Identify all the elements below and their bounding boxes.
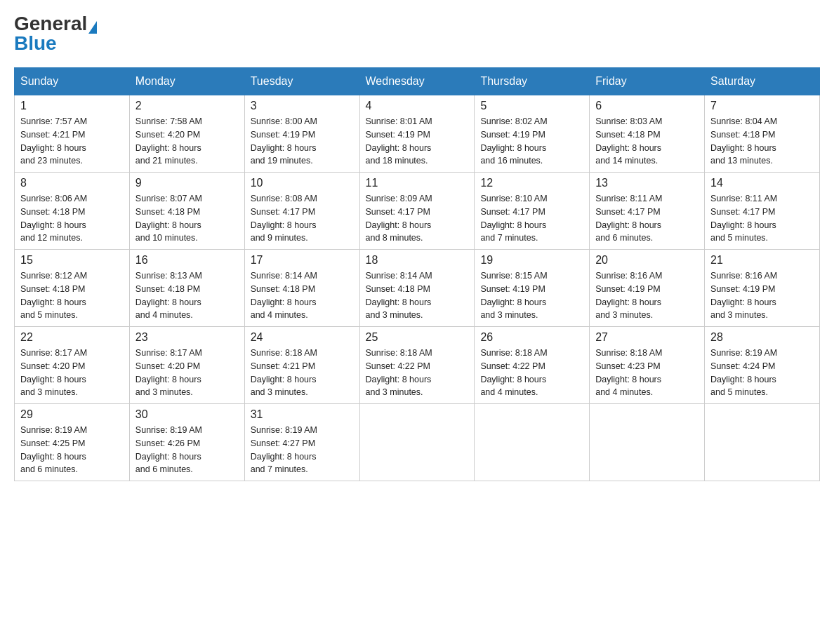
day-info: Sunrise: 8:18 AMSunset: 4:22 PMDaylight:… [366, 347, 469, 399]
calendar-cell: 10Sunrise: 8:08 AMSunset: 4:17 PMDayligh… [244, 173, 359, 250]
calendar-cell [359, 404, 475, 481]
weekday-header-sunday: Sunday [15, 68, 130, 95]
day-info: Sunrise: 8:03 AMSunset: 4:18 PMDaylight:… [595, 115, 699, 168]
day-info: Sunrise: 8:09 AMSunset: 4:17 PMDaylight:… [366, 192, 469, 245]
logo-blue-text: Blue [14, 32, 57, 54]
calendar-cell [475, 404, 590, 481]
weekday-header-tuesday: Tuesday [244, 68, 359, 95]
calendar-cell: 15Sunrise: 8:12 AMSunset: 4:18 PMDayligh… [15, 250, 130, 327]
day-info: Sunrise: 8:17 AMSunset: 4:20 PMDaylight:… [20, 347, 124, 399]
day-info: Sunrise: 8:06 AMSunset: 4:18 PMDaylight:… [20, 192, 124, 245]
day-info: Sunrise: 8:16 AMSunset: 4:19 PMDaylight:… [595, 269, 699, 322]
day-info: Sunrise: 8:08 AMSunset: 4:17 PMDaylight:… [251, 192, 354, 245]
calendar-cell: 18Sunrise: 8:14 AMSunset: 4:18 PMDayligh… [359, 250, 475, 327]
day-info: Sunrise: 8:15 AMSunset: 4:19 PMDaylight:… [480, 269, 583, 322]
calendar-cell: 28Sunrise: 8:19 AMSunset: 4:24 PMDayligh… [705, 327, 820, 404]
day-number: 25 [366, 331, 469, 344]
week-row-1: 1Sunrise: 7:57 AMSunset: 4:21 PMDaylight… [15, 95, 820, 173]
day-number: 12 [480, 177, 583, 189]
week-row-5: 29Sunrise: 8:19 AMSunset: 4:25 PMDayligh… [15, 404, 820, 481]
day-number: 21 [710, 254, 814, 267]
day-number: 22 [20, 331, 124, 344]
day-number: 29 [20, 408, 124, 421]
day-number: 3 [251, 100, 354, 112]
day-info: Sunrise: 8:07 AMSunset: 4:18 PMDaylight:… [135, 192, 239, 245]
calendar-cell: 22Sunrise: 8:17 AMSunset: 4:20 PMDayligh… [15, 327, 130, 404]
day-info: Sunrise: 8:19 AMSunset: 4:27 PMDaylight:… [251, 424, 354, 476]
logo-general-line: General [14, 14, 97, 34]
logo-general-text: General [14, 13, 87, 34]
day-number: 9 [135, 177, 239, 189]
day-number: 24 [251, 331, 354, 344]
day-number: 2 [135, 100, 239, 112]
calendar-cell: 5Sunrise: 8:02 AMSunset: 4:19 PMDaylight… [475, 95, 590, 173]
week-row-4: 22Sunrise: 8:17 AMSunset: 4:20 PMDayligh… [15, 327, 820, 404]
weekday-header-friday: Friday [590, 68, 705, 95]
calendar-cell: 21Sunrise: 8:16 AMSunset: 4:19 PMDayligh… [705, 250, 820, 327]
day-number: 19 [480, 254, 583, 267]
day-number: 31 [251, 408, 354, 421]
day-number: 20 [595, 254, 699, 267]
calendar-cell: 6Sunrise: 8:03 AMSunset: 4:18 PMDaylight… [590, 95, 705, 173]
day-number: 10 [251, 177, 354, 189]
day-info: Sunrise: 8:10 AMSunset: 4:17 PMDaylight:… [480, 192, 583, 245]
calendar-cell: 19Sunrise: 8:15 AMSunset: 4:19 PMDayligh… [475, 250, 590, 327]
day-number: 16 [135, 254, 239, 267]
day-info: Sunrise: 8:11 AMSunset: 4:17 PMDaylight:… [710, 192, 814, 245]
calendar-cell: 2Sunrise: 7:58 AMSunset: 4:20 PMDaylight… [129, 95, 244, 173]
calendar-cell: 1Sunrise: 7:57 AMSunset: 4:21 PMDaylight… [15, 95, 130, 173]
logo: General Blue [14, 14, 97, 53]
calendar-cell: 11Sunrise: 8:09 AMSunset: 4:17 PMDayligh… [359, 173, 475, 250]
day-number: 23 [135, 331, 239, 344]
day-number: 15 [20, 254, 124, 267]
logo-triangle-icon [88, 21, 97, 34]
calendar-cell: 30Sunrise: 8:19 AMSunset: 4:26 PMDayligh… [129, 404, 244, 481]
calendar-cell: 23Sunrise: 8:17 AMSunset: 4:20 PMDayligh… [129, 327, 244, 404]
day-number: 4 [366, 100, 469, 112]
calendar-cell: 29Sunrise: 8:19 AMSunset: 4:25 PMDayligh… [15, 404, 130, 481]
calendar-cell: 3Sunrise: 8:00 AMSunset: 4:19 PMDaylight… [244, 95, 359, 173]
weekday-header-monday: Monday [129, 68, 244, 95]
calendar-cell: 31Sunrise: 8:19 AMSunset: 4:27 PMDayligh… [244, 404, 359, 481]
logo-blue-line: Blue [14, 34, 57, 53]
day-number: 27 [595, 331, 699, 344]
calendar-cell: 20Sunrise: 8:16 AMSunset: 4:19 PMDayligh… [590, 250, 705, 327]
calendar-cell: 9Sunrise: 8:07 AMSunset: 4:18 PMDaylight… [129, 173, 244, 250]
calendar-cell: 14Sunrise: 8:11 AMSunset: 4:17 PMDayligh… [705, 173, 820, 250]
day-info: Sunrise: 8:13 AMSunset: 4:18 PMDaylight:… [135, 269, 239, 322]
day-number: 18 [366, 254, 469, 267]
calendar-cell: 24Sunrise: 8:18 AMSunset: 4:21 PMDayligh… [244, 327, 359, 404]
day-info: Sunrise: 8:04 AMSunset: 4:18 PMDaylight:… [710, 115, 814, 168]
page-header: General Blue [14, 14, 820, 53]
day-info: Sunrise: 8:00 AMSunset: 4:19 PMDaylight:… [251, 115, 354, 168]
day-info: Sunrise: 8:19 AMSunset: 4:25 PMDaylight:… [20, 424, 124, 476]
day-info: Sunrise: 8:11 AMSunset: 4:17 PMDaylight:… [595, 192, 699, 245]
day-info: Sunrise: 8:18 AMSunset: 4:21 PMDaylight:… [251, 347, 354, 399]
day-info: Sunrise: 8:14 AMSunset: 4:18 PMDaylight:… [366, 269, 469, 322]
day-info: Sunrise: 7:57 AMSunset: 4:21 PMDaylight:… [20, 115, 124, 168]
day-number: 26 [480, 331, 583, 344]
day-number: 8 [20, 177, 124, 189]
week-row-2: 8Sunrise: 8:06 AMSunset: 4:18 PMDaylight… [15, 173, 820, 250]
day-info: Sunrise: 8:14 AMSunset: 4:18 PMDaylight:… [251, 269, 354, 322]
weekday-header-wednesday: Wednesday [359, 68, 475, 95]
day-info: Sunrise: 8:19 AMSunset: 4:26 PMDaylight:… [135, 424, 239, 476]
day-number: 28 [710, 331, 814, 344]
calendar-cell: 7Sunrise: 8:04 AMSunset: 4:18 PMDaylight… [705, 95, 820, 173]
calendar-cell: 16Sunrise: 8:13 AMSunset: 4:18 PMDayligh… [129, 250, 244, 327]
day-number: 1 [20, 100, 124, 112]
calendar-cell: 17Sunrise: 8:14 AMSunset: 4:18 PMDayligh… [244, 250, 359, 327]
day-info: Sunrise: 8:19 AMSunset: 4:24 PMDaylight:… [710, 347, 814, 399]
calendar-cell [705, 404, 820, 481]
day-number: 13 [595, 177, 699, 189]
calendar-cell: 13Sunrise: 8:11 AMSunset: 4:17 PMDayligh… [590, 173, 705, 250]
day-info: Sunrise: 8:17 AMSunset: 4:20 PMDaylight:… [135, 347, 239, 399]
day-number: 30 [135, 408, 239, 421]
week-row-3: 15Sunrise: 8:12 AMSunset: 4:18 PMDayligh… [15, 250, 820, 327]
calendar-cell: 27Sunrise: 8:18 AMSunset: 4:23 PMDayligh… [590, 327, 705, 404]
calendar-cell: 25Sunrise: 8:18 AMSunset: 4:22 PMDayligh… [359, 327, 475, 404]
calendar-table: SundayMondayTuesdayWednesdayThursdayFrid… [14, 67, 820, 481]
day-info: Sunrise: 8:18 AMSunset: 4:22 PMDaylight:… [480, 347, 583, 399]
day-number: 6 [595, 100, 699, 112]
day-info: Sunrise: 8:12 AMSunset: 4:18 PMDaylight:… [20, 269, 124, 322]
